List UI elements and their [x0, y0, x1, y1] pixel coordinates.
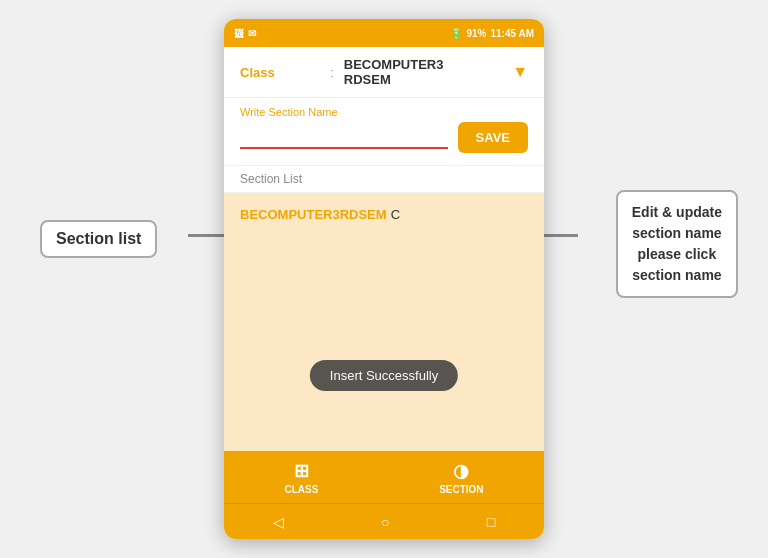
- battery-percent: 91%: [466, 28, 486, 39]
- class-row[interactable]: Class : BECOMPUTER3RDSEM ▼: [224, 47, 544, 98]
- save-button[interactable]: SAVE: [458, 122, 528, 153]
- time-display: 11:45 AM: [490, 28, 534, 39]
- bottom-nav: ⊞ CLASS ◑ SECTION: [224, 451, 544, 503]
- status-bar: 🖼 ✉ 🔋 91% 11:45 AM: [224, 19, 544, 47]
- list-item[interactable]: BECOMPUTER3RDSEM C: [240, 203, 528, 226]
- recent-button[interactable]: □: [487, 514, 495, 530]
- battery-icon: 🔋: [450, 28, 462, 39]
- class-value: BECOMPUTER3RDSEM: [344, 57, 504, 87]
- image-icon: 🖼: [234, 28, 244, 39]
- nav-item-class[interactable]: ⊞ CLASS: [284, 460, 318, 495]
- section-nav-label: SECTION: [439, 484, 483, 495]
- android-nav-bar: ◁ ○ □: [224, 503, 544, 539]
- nav-item-section[interactable]: ◑ SECTION: [439, 460, 483, 495]
- phone-frame: 🖼 ✉ 🔋 91% 11:45 AM Class : BECOMPUTER3RD…: [224, 19, 544, 539]
- section-list-callout: Section list: [40, 220, 157, 258]
- section-input-area: Write Section Name SAVE: [224, 98, 544, 166]
- callout-right-text: Edit & update section name please click …: [632, 204, 722, 283]
- class-label: Class: [240, 65, 320, 80]
- status-icons-left: 🖼 ✉: [234, 28, 256, 39]
- class-separator: :: [330, 65, 334, 80]
- section-item-suffix: C: [391, 207, 400, 222]
- dropdown-arrow-icon[interactable]: ▼: [512, 63, 528, 81]
- section-nav-icon: ◑: [453, 460, 469, 482]
- app-body: Class : BECOMPUTER3RDSEM ▼ Write Section…: [224, 47, 544, 539]
- message-icon: ✉: [248, 28, 256, 39]
- back-button[interactable]: ◁: [273, 514, 284, 530]
- edit-update-callout: Edit & update section name please click …: [616, 190, 738, 298]
- section-input-wrapper: SAVE: [240, 122, 528, 153]
- class-nav-label: CLASS: [284, 484, 318, 495]
- section-item-name[interactable]: BECOMPUTER3RDSEM: [240, 207, 387, 222]
- section-input-label: Write Section Name: [240, 106, 528, 118]
- home-button[interactable]: ○: [381, 514, 389, 530]
- class-nav-icon: ⊞: [294, 460, 309, 482]
- section-list-header: Section List: [224, 166, 544, 193]
- status-icons-right: 🔋 91% 11:45 AM: [450, 28, 534, 39]
- section-list-area: BECOMPUTER3RDSEM C Insert Successfully: [224, 193, 544, 451]
- toast-message: Insert Successfully: [310, 360, 458, 391]
- section-name-input[interactable]: [240, 127, 448, 149]
